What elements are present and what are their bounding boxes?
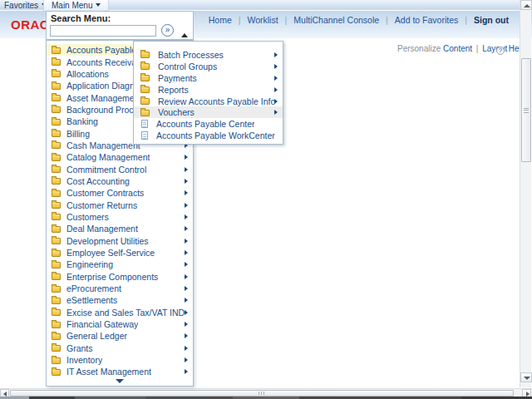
folder-icon xyxy=(52,166,61,173)
folder-icon xyxy=(52,262,61,268)
menu-item-catalog-management[interactable]: Catalog Management xyxy=(47,151,193,163)
folder-icon xyxy=(52,59,61,66)
folder-icon xyxy=(52,286,61,293)
menu-item-label: Payments xyxy=(158,73,197,83)
personalize-content-link[interactable]: Content xyxy=(443,44,472,53)
menu-item-employee-self-service[interactable]: Employee Self-Service xyxy=(47,247,193,259)
collapse-menu-triangle-up-icon[interactable] xyxy=(181,33,188,37)
menu-item-customer-contracts[interactable]: Customer Contracts xyxy=(47,187,193,199)
search-menu-label: Search Menu: xyxy=(51,13,111,23)
menu-item-financial-gateway[interactable]: Financial Gateway xyxy=(47,318,193,330)
menu-item-batch-processes[interactable]: Batch Processes xyxy=(134,49,283,61)
folder-icon xyxy=(52,250,61,257)
menu-item-label: Deal Management xyxy=(66,224,138,234)
menu-item-label: Inventory xyxy=(66,355,102,365)
menu-item-accounts-payable-workcenter[interactable]: Accounts Payable WorkCenter xyxy=(134,130,283,141)
main-menu-tab[interactable]: Main Menu xyxy=(43,0,109,11)
folder-icon xyxy=(52,155,61,161)
menu-item-enterprise-components[interactable]: Enterprise Components xyxy=(47,271,193,283)
folder-icon xyxy=(52,202,61,209)
menu-item-label: eProcurement xyxy=(66,283,121,293)
scroll-up-button[interactable] xyxy=(520,0,532,10)
menu-item-label: Billing xyxy=(66,129,90,139)
nav-link-add-to-favorites[interactable]: Add to Favorites xyxy=(395,15,458,25)
folder-icon xyxy=(140,110,150,116)
folder-icon xyxy=(52,71,61,77)
submenu-arrow-icon xyxy=(185,262,188,267)
submenu-arrow-icon xyxy=(185,203,188,208)
menu-item-deal-management[interactable]: Deal Management xyxy=(47,223,193,234)
scroll-down-button[interactable] xyxy=(520,372,532,382)
submenu-arrow-icon xyxy=(185,286,188,291)
menu-item-label: eSettlements xyxy=(66,295,117,305)
nav-separator: | xyxy=(465,15,467,25)
menu-item-review-accounts-payable-info[interactable]: Review Accounts Payable Info xyxy=(134,96,283,107)
menu-item-vouchers[interactable]: Vouchers xyxy=(134,106,283,118)
menu-item-label: Development Utilities xyxy=(66,236,149,246)
menu-item-label: Customer Contracts xyxy=(66,188,144,198)
menu-item-payments[interactable]: Payments xyxy=(134,72,283,84)
menu-item-excise-and-sales-tax-vat-ind[interactable]: Excise and Sales Tax/VAT IND xyxy=(47,307,193,318)
menu-item-label: Control Groups xyxy=(158,62,217,71)
horizontal-scrollbar[interactable] xyxy=(0,388,532,397)
menu-item-reports[interactable]: Reports xyxy=(134,84,283,96)
folder-icon xyxy=(52,95,61,101)
nav-link-home[interactable]: Home xyxy=(209,15,232,25)
menu-item-general-ledger[interactable]: General Ledger xyxy=(47,330,193,342)
vertical-scrollbar-thumb[interactable] xyxy=(521,58,531,162)
folder-icon xyxy=(52,178,61,185)
folder-icon xyxy=(52,357,61,364)
nav-link-sign-out[interactable]: Sign out xyxy=(474,15,509,25)
search-input[interactable] xyxy=(50,25,156,37)
menu-item-esettlements[interactable]: eSettlements xyxy=(47,294,193,306)
submenu-arrow-icon xyxy=(274,87,278,92)
menu-item-label: IT Asset Management xyxy=(66,367,151,377)
menu-item-label: Employee Self-Service xyxy=(66,248,155,258)
menu-item-eprocurement[interactable]: eProcurement xyxy=(47,283,193,294)
submenu-arrow-icon xyxy=(185,226,188,231)
menu-item-grants[interactable]: Grants xyxy=(47,342,193,354)
horizontal-scrollbar-thumb[interactable] xyxy=(10,390,514,397)
menu-item-engineering[interactable]: Engineering xyxy=(47,259,193,270)
menu-item-commitment-control[interactable]: Commitment Control xyxy=(47,163,193,175)
folder-icon xyxy=(52,131,61,137)
menu-item-control-groups[interactable]: Control Groups xyxy=(134,61,283,72)
menu-item-development-utilities[interactable]: Development Utilities xyxy=(47,235,193,247)
menu-item-customers[interactable]: Customers xyxy=(47,211,193,223)
menu-item-customer-returns[interactable]: Customer Returns xyxy=(47,199,193,210)
menu-item-label: Vouchers xyxy=(158,107,195,117)
double-chevron-right-icon: » xyxy=(165,25,170,34)
submenu-arrow-icon xyxy=(185,274,188,279)
nav-separator: | xyxy=(386,15,388,25)
folder-icon xyxy=(52,106,61,113)
submenu-arrow-icon xyxy=(185,190,188,195)
menu-item-label: Accounts Payable xyxy=(66,45,136,55)
menu-item-label: Financial Gateway xyxy=(66,319,138,329)
nav-link-worklist[interactable]: Worklist xyxy=(247,15,278,25)
submenu-arrow-icon xyxy=(185,310,188,315)
menu-item-label: Excise and Sales Tax/VAT IND xyxy=(66,308,185,318)
triangle-up-icon xyxy=(524,4,530,7)
folder-icon xyxy=(52,214,61,220)
menu-item-inventory[interactable]: Inventory xyxy=(47,354,193,366)
search-submit-button[interactable]: » xyxy=(161,24,174,37)
menu-item-label: Customer Returns xyxy=(66,200,137,210)
submenu-arrow-icon xyxy=(185,214,188,219)
folder-icon xyxy=(52,226,61,233)
document-icon xyxy=(141,131,148,140)
menu-item-label: Catalog Management xyxy=(66,152,150,162)
folder-icon xyxy=(140,86,150,93)
accounts-payable-submenu: Batch ProcessesControl GroupsPaymentsRep… xyxy=(133,41,283,145)
menu-item-accounts-payable-center[interactable]: Accounts Payable Center xyxy=(134,118,283,130)
menu-item-it-asset-management[interactable]: IT Asset Management xyxy=(47,366,193,377)
submenu-list: Batch ProcessesControl GroupsPaymentsRep… xyxy=(134,49,283,141)
favorites-tab[interactable]: Favorites xyxy=(4,0,47,11)
menu-scroll-down-triangle-icon[interactable] xyxy=(116,379,124,383)
menu-item-label: Batch Processes xyxy=(158,50,224,60)
vertical-scrollbar[interactable] xyxy=(520,0,531,387)
folder-icon xyxy=(52,238,61,244)
nav-link-multichannel-console[interactable]: MultiChannel Console xyxy=(293,15,379,25)
menu-item-cost-accounting[interactable]: Cost Accounting xyxy=(47,175,193,187)
submenu-arrow-icon xyxy=(274,99,278,104)
folder-icon xyxy=(52,309,61,316)
